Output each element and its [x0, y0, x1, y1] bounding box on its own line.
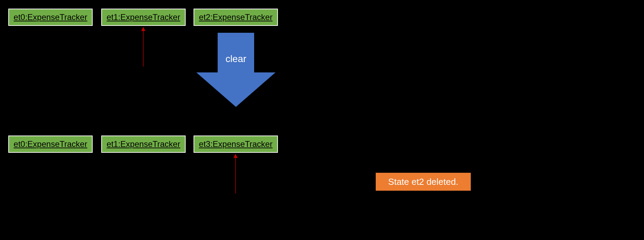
object-box-et3-bottom: et3:ExpenseTracker — [194, 136, 278, 153]
svg-marker-1 — [141, 27, 145, 31]
object-box-et2-top: et2:ExpenseTracker — [194, 9, 278, 26]
status-badge: State et2 deleted. — [376, 173, 471, 191]
object-box-et1-bottom: et1:ExpenseTracker — [101, 136, 186, 153]
transition-arrow-label: clear — [222, 53, 250, 64]
svg-marker-2 — [196, 33, 276, 107]
object-box-et1-top: et1:ExpenseTracker — [101, 9, 186, 26]
object-box-et0-top: et0:ExpenseTracker — [8, 9, 93, 26]
transition-arrow-icon — [196, 33, 276, 107]
current-state-arrow-top-icon — [140, 27, 147, 67]
svg-marker-4 — [233, 154, 238, 158]
object-box-et0-bottom: et0:ExpenseTracker — [8, 136, 93, 153]
current-state-arrow-bottom-icon — [232, 154, 239, 193]
